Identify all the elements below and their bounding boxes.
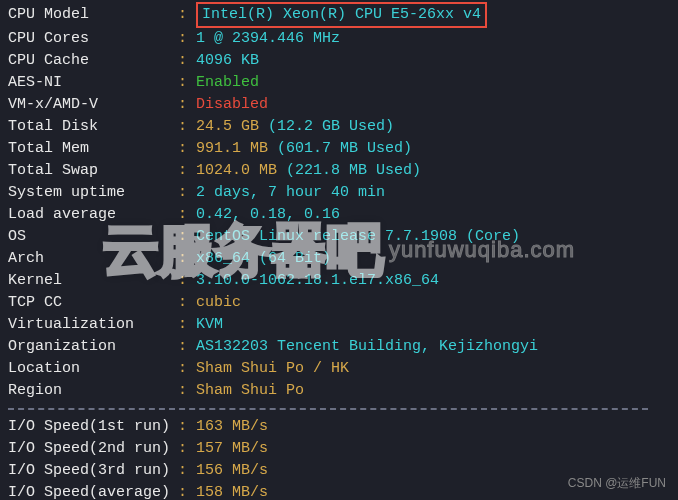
row-label: Load average xyxy=(8,204,178,226)
colon-separator: : xyxy=(178,336,196,358)
divider xyxy=(8,408,648,410)
row-value: 1 @ 2394.446 MHz xyxy=(196,28,340,50)
row-label: I/O Speed(2nd run) xyxy=(8,438,178,460)
row-label: OS xyxy=(8,226,178,248)
row-value: CentOS Linux release 7.7.1908 (Core) xyxy=(196,226,520,248)
row-label: CPU Cache xyxy=(8,50,178,72)
info-row: Total Swap: 1024.0 MB (221.8 MB Used) xyxy=(8,160,670,182)
colon-separator: : xyxy=(178,28,196,50)
row-label: AES-NI xyxy=(8,72,178,94)
row-value: 157 MB/s xyxy=(196,438,268,460)
info-row: TCP CC: cubic xyxy=(8,292,670,314)
row-value: 1024.0 MB xyxy=(196,160,277,182)
colon-separator: : xyxy=(178,292,196,314)
row-label: CPU Cores xyxy=(8,28,178,50)
colon-separator: : xyxy=(178,204,196,226)
row-value: 4096 KB xyxy=(196,50,259,72)
info-row: CPU Model: Intel(R) Xeon(R) CPU E5-26xx … xyxy=(8,4,670,28)
info-row: I/O Speed(1st run): 163 MB/s xyxy=(8,416,670,438)
info-row: I/O Speed(2nd run): 157 MB/s xyxy=(8,438,670,460)
info-row: Total Disk: 24.5 GB (12.2 GB Used) xyxy=(8,116,670,138)
info-row: Kernel: 3.10.0-1062.18.1.el7.x86_64 xyxy=(8,270,670,292)
colon-separator: : xyxy=(178,438,196,460)
row-value: 3.10.0-1062.18.1.el7.x86_64 xyxy=(196,270,439,292)
colon-separator: : xyxy=(178,226,196,248)
row-value: 156 MB/s xyxy=(196,460,268,482)
info-row: Region: Sham Shui Po xyxy=(8,380,670,402)
row-value: Enabled xyxy=(196,72,259,94)
colon-separator: : xyxy=(178,460,196,482)
row-value: 158 MB/s xyxy=(196,482,268,500)
row-label: Organization xyxy=(8,336,178,358)
row-extra: (221.8 MB Used) xyxy=(277,160,421,182)
colon-separator: : xyxy=(178,4,196,28)
row-label: Location xyxy=(8,358,178,380)
row-label: Arch xyxy=(8,248,178,270)
colon-separator: : xyxy=(178,182,196,204)
info-row: Virtualization: KVM xyxy=(8,314,670,336)
row-label: I/O Speed(1st run) xyxy=(8,416,178,438)
colon-separator: : xyxy=(178,160,196,182)
info-row: OS: CentOS Linux release 7.7.1908 (Core) xyxy=(8,226,670,248)
row-label: VM-x/AMD-V xyxy=(8,94,178,116)
colon-separator: : xyxy=(178,116,196,138)
row-value: Intel(R) Xeon(R) CPU E5-26xx v4 xyxy=(196,2,487,28)
colon-separator: : xyxy=(178,138,196,160)
colon-separator: : xyxy=(178,94,196,116)
row-value: Sham Shui Po / HK xyxy=(196,358,349,380)
info-row: VM-x/AMD-V: Disabled xyxy=(8,94,670,116)
row-label: I/O Speed(average) xyxy=(8,482,178,500)
colon-separator: : xyxy=(178,358,196,380)
row-value: AS132203 Tencent Building, Kejizhongyi xyxy=(196,336,538,358)
row-extra: (601.7 MB Used) xyxy=(268,138,412,160)
colon-separator: : xyxy=(178,314,196,336)
system-info-block: CPU Model: Intel(R) Xeon(R) CPU E5-26xx … xyxy=(8,4,670,402)
row-value: 0.42, 0.18, 0.16 xyxy=(196,204,340,226)
row-value: 163 MB/s xyxy=(196,416,268,438)
row-label: System uptime xyxy=(8,182,178,204)
row-value: 2 days, 7 hour 40 min xyxy=(196,182,385,204)
row-label: I/O Speed(3rd run) xyxy=(8,460,178,482)
colon-separator: : xyxy=(178,380,196,402)
row-value: cubic xyxy=(196,292,241,314)
info-row: Organization: AS132203 Tencent Building,… xyxy=(8,336,670,358)
colon-separator: : xyxy=(178,482,196,500)
row-label: Total Disk xyxy=(8,116,178,138)
colon-separator: : xyxy=(178,248,196,270)
credit-text: CSDN @运维FUN xyxy=(568,472,666,494)
info-row: AES-NI: Enabled xyxy=(8,72,670,94)
row-label: Total Mem xyxy=(8,138,178,160)
info-row: Load average: 0.42, 0.18, 0.16 xyxy=(8,204,670,226)
info-row: Location: Sham Shui Po / HK xyxy=(8,358,670,380)
row-extra: (12.2 GB Used) xyxy=(259,116,394,138)
colon-separator: : xyxy=(178,270,196,292)
row-value: KVM xyxy=(196,314,223,336)
info-row: Arch: x86_64 (64 Bit) xyxy=(8,248,670,270)
row-label: CPU Model xyxy=(8,4,178,28)
row-label: Total Swap xyxy=(8,160,178,182)
info-row: System uptime: 2 days, 7 hour 40 min xyxy=(8,182,670,204)
row-label: Region xyxy=(8,380,178,402)
row-value: 991.1 MB xyxy=(196,138,268,160)
info-row: CPU Cache: 4096 KB xyxy=(8,50,670,72)
info-row: CPU Cores: 1 @ 2394.446 MHz xyxy=(8,28,670,50)
colon-separator: : xyxy=(178,50,196,72)
row-label: Kernel xyxy=(8,270,178,292)
row-label: TCP CC xyxy=(8,292,178,314)
row-value: x86_64 (64 Bit) xyxy=(196,248,331,270)
row-value: Sham Shui Po xyxy=(196,380,304,402)
row-value: Disabled xyxy=(196,94,268,116)
row-value: 24.5 GB xyxy=(196,116,259,138)
colon-separator: : xyxy=(178,72,196,94)
info-row: Total Mem: 991.1 MB (601.7 MB Used) xyxy=(8,138,670,160)
row-label: Virtualization xyxy=(8,314,178,336)
colon-separator: : xyxy=(178,416,196,438)
